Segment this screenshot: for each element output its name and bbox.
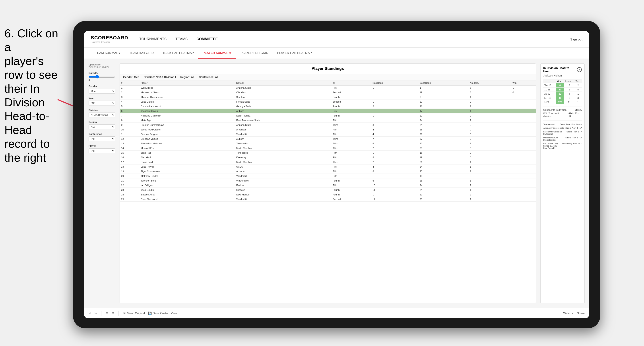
tourn-type: Stroke Play	[566, 131, 577, 135]
table-row[interactable]: 3 Michael Thorbjornsen Stanford Fourth 1…	[120, 95, 536, 100]
table-row[interactable]: 12 Brendan Valdes Auburn Third 7 27 0	[120, 137, 536, 141]
cell-school: Vanderbilt	[235, 174, 331, 178]
subnav-player-summary[interactable]: PLAYER SUMMARY	[198, 47, 236, 59]
subnav-player-h2h-grid[interactable]: PLAYER H2H GRID	[236, 47, 272, 59]
h2h-cell-tie: 5	[574, 88, 582, 92]
table-row[interactable]: 9 Preston Summerhays Arizona State Third…	[120, 123, 536, 127]
cell-rds: 1	[468, 165, 511, 169]
h2h-table-container: Win Loss Tie Top 10 8 3 2 11-25 20 9 5 2…	[543, 79, 582, 104]
h2h-opponents-value: 98.1%	[575, 109, 582, 111]
nav-teams[interactable]: TEAMS	[176, 36, 188, 42]
table-row[interactable]: 20 Matthew Riedel Vanderbilt Fifth 1 18 …	[120, 174, 536, 178]
cell-player: Mats Ege	[140, 118, 235, 123]
copy-button[interactable]: ⊞	[106, 312, 108, 315]
h2h-cell-rank: 11-25	[543, 88, 556, 92]
year-label: Year	[88, 97, 115, 100]
logo-area: SCOREBOARD Powered by clippi	[91, 35, 128, 43]
cell-yr: First	[331, 109, 371, 113]
h2h-cell-rank: >100	[543, 100, 556, 104]
table-row[interactable]: 14 Maxwell Ford North Carolina Third 2 2…	[120, 146, 536, 151]
cell-rds: 1	[468, 141, 511, 146]
watch-button[interactable]: Watch ▾	[563, 312, 574, 315]
cell-win	[511, 165, 536, 169]
region-select[interactable]: N/A	[88, 125, 115, 129]
table-row[interactable]: 22 Ian Gilligan Florida Third 10 24 1	[120, 183, 536, 188]
no-rds-slider-input[interactable]	[88, 75, 115, 78]
table-row[interactable]: 16 Alex Guff Kentucky Fifth 8 19 0	[120, 155, 536, 160]
table-row[interactable]: 7 Nicholas Gabrelcik North Florida Fourt…	[120, 113, 536, 118]
cell-yr: Second	[331, 197, 371, 202]
cell-school: Vanderbilt	[235, 197, 331, 202]
table-row[interactable]: 1 Wenyi Ding Arizona State First 1 1 8 1	[120, 86, 536, 90]
h2h-title: In Division Head-to-Head	[543, 66, 577, 73]
h2h-cell-win: 46	[556, 96, 564, 100]
cell-rds: 1	[468, 95, 511, 100]
table-row[interactable]: 11 Gordon Sargent Vanderbilt Third 4 21 …	[120, 132, 536, 137]
gender-select[interactable]: Men	[88, 89, 115, 94]
table-row[interactable]: 21 Taehoon Song Washington Fourth 6 23 1	[120, 178, 536, 183]
cell-yr: First	[331, 86, 371, 90]
table-row[interactable]: 5 Christo Lamprecht Georgia Tech Fourth …	[120, 104, 536, 109]
cell-cr: 23	[418, 197, 468, 202]
cell-school: East Tennessee State	[235, 118, 331, 123]
nav-tournaments[interactable]: TOURNAMENTS	[139, 36, 166, 42]
cell-win	[511, 160, 536, 165]
h2h-cell-tie: 1	[574, 92, 582, 96]
subnav-team-summary[interactable]: TEAM SUMMARY	[91, 47, 125, 59]
subnav-team-h2h-grid[interactable]: TEAM H2H GRID	[125, 47, 158, 59]
table-row[interactable]: 15 Jake Hall Tennessee Fifth 1 18 0	[120, 151, 536, 155]
cell-school: Vanderbilt	[235, 132, 331, 137]
cell-rds: 1	[468, 109, 511, 113]
table-row[interactable]: 18 Luke Powell UCLA First 4 24 1	[120, 165, 536, 169]
table-row[interactable]: 25 Cole Sherwood Vanderbilt Second 12 23…	[120, 197, 536, 202]
cell-rr: 3	[371, 123, 418, 127]
cell-win	[511, 183, 536, 188]
instruction-text: 6. Click on a player's row to see their …	[0, 26, 69, 165]
table-row[interactable]: 4 Luke Claton Florida State Second 1 27 …	[120, 100, 536, 104]
share-button[interactable]: Share	[577, 312, 585, 315]
cell-cr: 27	[418, 192, 468, 197]
table-row[interactable]: 24 Bastien Amat New Mexico Fourth 1 27 2	[120, 192, 536, 197]
paste-button[interactable]: ⊟	[112, 312, 114, 315]
division-select[interactable]: NCAA Division I	[88, 113, 115, 117]
standings-tbody[interactable]: 1 Wenyi Ding Arizona State First 1 1 8 1…	[120, 86, 536, 202]
cell-rds: 1	[468, 183, 511, 188]
table-row[interactable]: 23 Jack Lundin Missouri Fourth 11 24 1	[120, 188, 536, 192]
player-select[interactable]: (All)	[88, 148, 115, 153]
cell-win	[511, 197, 536, 202]
cell-num: 10	[120, 127, 140, 132]
cell-win	[511, 95, 536, 100]
save-custom-button[interactable]: 💾 Save Custom View	[148, 312, 177, 315]
toolbar-divider-2	[118, 311, 119, 316]
cell-yr: Fourth	[331, 188, 371, 192]
view-original-button[interactable]: 👁 View: Original	[123, 312, 145, 315]
conference-select[interactable]: (All)	[88, 136, 115, 141]
table-row[interactable]: 19 Tiger Christensen Arizona Third 8 23 …	[120, 169, 536, 174]
table-row[interactable]: 17 David Ford North Carolina Third 2 21 …	[120, 160, 536, 165]
cell-player: Ian Gilligan	[140, 183, 235, 188]
tournament-row-item: Amer Ari Intercollegiate Stroke Play 4 -…	[543, 126, 582, 130]
subnav-player-h2h-heatmap[interactable]: PLAYER H2H HEATMAP	[272, 47, 316, 59]
cell-player: Alex Guff	[140, 155, 235, 160]
cell-player: Tiger Christensen	[140, 169, 235, 174]
redo-button[interactable]: ↪	[94, 312, 97, 315]
cell-cr: 24	[418, 165, 468, 169]
player-label: Player	[88, 145, 115, 147]
nav-sign-out[interactable]: Sign out	[570, 37, 582, 41]
undo-button[interactable]: ↩	[88, 312, 91, 315]
cell-rds: 0	[468, 123, 511, 127]
h2h-close-button[interactable]: ×	[577, 67, 582, 72]
table-row[interactable]: 13 Phichaksn Maichon Texas A&M Third 6 3…	[120, 141, 536, 146]
table-row[interactable]: 10 Jacob Mou Olesen Arkansas Fifth 4 25 …	[120, 127, 536, 132]
table-row[interactable]: 6 Jackson Koivun Auburn First 1 17 1	[120, 109, 536, 113]
subnav-team-h2h-heatmap[interactable]: TEAM H2H HEATMAP	[158, 47, 198, 59]
cell-cr: 17	[418, 109, 468, 113]
year-select[interactable]: (All)	[88, 101, 115, 105]
tourn-type: Match Play	[562, 143, 572, 149]
tournament-row-item: Mirabel Maui Jim Intercollegiate Stroke …	[543, 136, 582, 142]
nav-committee[interactable]: COMMITTEE	[196, 36, 218, 42]
table-row[interactable]: 2 Michael La Sasso Ole Miss Second 1 19 …	[120, 90, 536, 95]
cell-yr: Third	[331, 137, 371, 141]
h2h-table-row: >100 578 11 1	[543, 100, 582, 104]
table-row[interactable]: 8 Mats Ege East Tennessee State Fifth 1 …	[120, 118, 536, 123]
